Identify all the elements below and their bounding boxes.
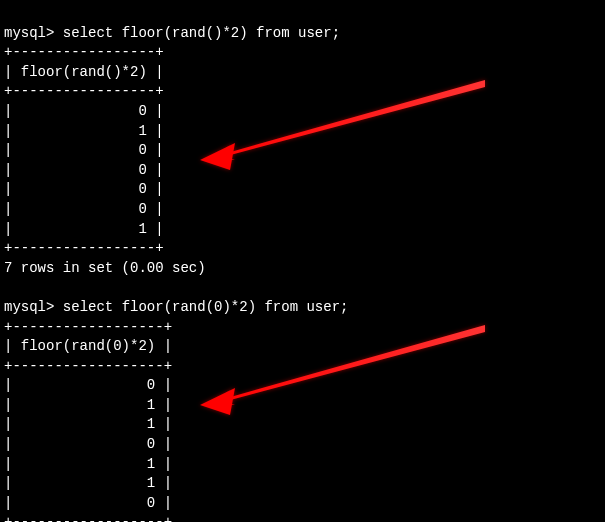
- sql-command-1: select floor(rand()*2) from user;: [63, 25, 340, 41]
- table-row: | 1 |: [4, 416, 172, 432]
- mysql-prompt: mysql>: [4, 299, 54, 315]
- result-summary-1: 7 rows in set (0.00 sec): [4, 260, 206, 276]
- table-divider: +-----------------+: [4, 240, 164, 256]
- table-row: | 0 |: [4, 181, 164, 197]
- table-row: | 1 |: [4, 475, 172, 491]
- table-row: | 0 |: [4, 162, 164, 178]
- table-row: | 0 |: [4, 436, 172, 452]
- mysql-prompt: mysql>: [4, 25, 54, 41]
- table-row: | 1 |: [4, 123, 164, 139]
- table-row: | 1 |: [4, 221, 164, 237]
- table-divider: +------------------+: [4, 319, 172, 335]
- table-row: | 0 |: [4, 495, 172, 511]
- table-header: | floor(rand()*2) |: [4, 64, 164, 80]
- table-row: | 1 |: [4, 397, 172, 413]
- table-row: | 0 |: [4, 103, 164, 119]
- table-row: | 0 |: [4, 142, 164, 158]
- table-divider: +-----------------+: [4, 44, 164, 60]
- terminal-output: mysql> select floor(rand()*2) from user;…: [4, 4, 601, 522]
- table-divider: +------------------+: [4, 358, 172, 374]
- table-row: | 0 |: [4, 201, 164, 217]
- table-divider: +-----------------+: [4, 83, 164, 99]
- sql-command-2: select floor(rand(0)*2) from user;: [63, 299, 349, 315]
- table-row: | 1 |: [4, 456, 172, 472]
- prompt-line-1: mysql> select floor(rand()*2) from user;: [4, 25, 340, 41]
- prompt-line-2: mysql> select floor(rand(0)*2) from user…: [4, 299, 348, 315]
- table-row: | 0 |: [4, 377, 172, 393]
- table-divider: +------------------+: [4, 514, 172, 522]
- table-header: | floor(rand(0)*2) |: [4, 338, 172, 354]
